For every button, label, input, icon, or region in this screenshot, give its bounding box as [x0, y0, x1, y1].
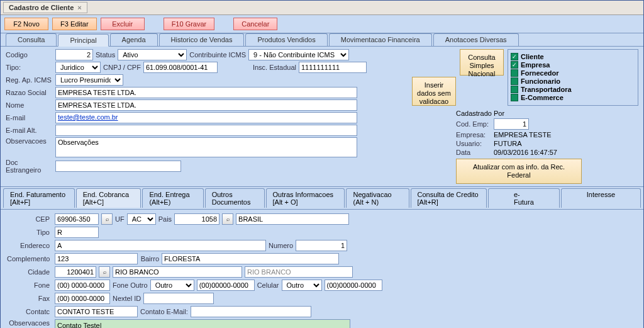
label-doc-estr: Doc Estrangeiro — [6, 159, 53, 174]
tipo-select[interactable]: Juridico — [55, 62, 101, 73]
subtab-outros-doc[interactable]: Outros Documentos — [205, 188, 265, 208]
numero-input[interactable] — [296, 240, 347, 251]
cidade-lookup-icon[interactable]: ⌕ — [99, 266, 110, 278]
contribuinte-select[interactable]: 9 - Não Contribuinte ICMS — [248, 49, 349, 60]
window-title: Cadastro de Cliente — [9, 4, 74, 11]
tab-anotacoes[interactable]: Anotacoes Diversas — [433, 33, 519, 46]
label-bairro: Bairro — [140, 255, 159, 263]
tab-agenda[interactable]: Agenda — [110, 33, 158, 46]
pais-lookup-icon[interactable]: ⌕ — [222, 213, 233, 225]
doc-estr-input[interactable] — [55, 161, 181, 172]
uf-select[interactable]: AC — [127, 213, 156, 225]
fone-outro-tipo-select[interactable]: Outro — [150, 280, 194, 291]
insc-est-input[interactable] — [299, 62, 367, 73]
cep-lookup-icon[interactable]: ⌕ — [101, 213, 113, 225]
tipo-end-input[interactable] — [55, 227, 99, 238]
cod-emp-input — [494, 118, 529, 130]
excluir-button[interactable]: Excluir — [101, 18, 145, 30]
razao-input[interactable] — [55, 87, 357, 98]
close-icon[interactable]: × — [77, 4, 81, 11]
fone-outro-input[interactable] — [197, 280, 255, 291]
subtab-faturamento[interactable]: End. Faturamento [Alt+F] — [3, 188, 75, 208]
label-status: Status — [96, 51, 115, 59]
sub-tabs: End. Faturamento [Alt+F] End. Cobranca [… — [1, 186, 643, 210]
chk-ecommerce[interactable]: E-Commerce — [511, 94, 635, 101]
label-fax: Fax — [7, 295, 52, 302]
label-cep: CEP — [7, 215, 52, 223]
tab-produtos[interactable]: Produtos Vendidos — [245, 33, 327, 46]
complemento-input[interactable] — [55, 253, 138, 264]
label-data: Data — [456, 149, 491, 156]
label-tipo-end: Tipo — [7, 229, 52, 236]
label-observacoes: Observacoes — [6, 137, 53, 145]
label-numero: Numero — [269, 242, 293, 249]
cidade-cod-input[interactable] — [55, 266, 96, 278]
label-endereco: Endereco — [7, 242, 52, 249]
cidade-nome-input — [113, 266, 242, 278]
main-tabs: Consulta Principal Agenda Historico de V… — [1, 33, 643, 47]
contato-input[interactable] — [55, 306, 138, 317]
subtab-interesse[interactable]: Interesse — [561, 188, 641, 208]
novo-button[interactable]: F2 Novo — [4, 18, 48, 30]
codigo-input — [55, 49, 93, 60]
chk-cliente[interactable]: ✓Cliente — [511, 53, 635, 60]
celular-input[interactable] — [325, 280, 382, 291]
observacoes-input[interactable]: Observações — [55, 137, 357, 157]
celular-tipo-select[interactable]: Outro — [282, 280, 322, 291]
cidade-nome2-input — [245, 266, 353, 278]
tab-movfin[interactable]: Movimentacao Financeira — [329, 33, 432, 46]
fax-input[interactable] — [55, 293, 110, 304]
label-cod-emp: Cod. Emp: — [456, 120, 491, 128]
subtab-negativacao[interactable]: Negativacao (Alt + N) — [346, 188, 409, 208]
subtab-outras-info[interactable]: Outras Informacoes [Alt + O] — [266, 188, 345, 208]
tab-consulta[interactable]: Consulta — [6, 33, 57, 46]
type-group: ✓Cliente ✓Empresa Fornecedor Funcionario… — [508, 49, 638, 106]
label-contribuinte: Contribuinte ICMS — [189, 51, 246, 59]
label-contato-email: Contato E-Mail: — [140, 308, 188, 315]
label-nextel: Nextel ID — [113, 295, 141, 302]
cancelar-button[interactable]: Cancelar — [233, 18, 277, 30]
subtab-entrega[interactable]: End. Entrega (Alt+E) — [142, 188, 203, 208]
subtab-consulta-cred[interactable]: Consulta de Credito [Alt+R] — [411, 188, 487, 208]
atualizar-button[interactable]: Atualizar com as info. da Rec. Federal — [456, 159, 582, 184]
label-pais: Pais — [158, 215, 172, 223]
chk-empresa[interactable]: ✓Empresa — [511, 61, 635, 69]
reg-ap-select[interactable]: Lucro Presumido/R — [55, 74, 123, 86]
label-complemento: Complemento — [7, 255, 52, 263]
subtab-cobranca[interactable]: End. Cobranca [Alt+C] — [76, 188, 142, 208]
cadastrado-title: Cadastrado Por — [456, 110, 638, 117]
cnpj-input[interactable] — [143, 62, 218, 73]
status-select[interactable]: Ativo — [118, 49, 187, 60]
cep-input[interactable] — [55, 213, 99, 225]
tab-historico[interactable]: Historico de Vendas — [159, 33, 245, 46]
email-alt-input[interactable] — [55, 125, 357, 136]
fone-input[interactable] — [55, 280, 110, 291]
chk-fornecedor[interactable]: Fornecedor — [511, 69, 635, 77]
chk-funcionario[interactable]: Funcionario — [511, 77, 635, 85]
pais-cod-input[interactable] — [174, 213, 219, 225]
bairro-input[interactable] — [162, 253, 339, 264]
pais-nome-input — [236, 213, 349, 225]
chk-transportadora[interactable]: Transportadora — [511, 86, 635, 93]
label-usuario: Usuario: — [456, 140, 491, 147]
address-panel: CEP ⌕ UF AC Pais ⌕ Tipo Endereco Numero … — [1, 210, 643, 328]
contato-email-input[interactable] — [191, 306, 311, 317]
obs-end-textarea[interactable]: Contato Teste| — [55, 319, 350, 328]
label-fone-outro: Fone Outro — [113, 281, 148, 289]
window-tab-bar: Cadastro de Cliente × — [1, 1, 643, 15]
nextel-input[interactable] — [143, 293, 214, 304]
editar-button[interactable]: F3 Editar — [52, 18, 97, 30]
window-tab[interactable]: Cadastro de Cliente × — [3, 2, 87, 13]
tab-principal[interactable]: Principal — [58, 34, 108, 47]
app-window: Cadastro de Cliente × F2 Novo F3 Editar … — [0, 0, 644, 328]
label-reg-ap: Reg. Ap. ICMS — [6, 76, 53, 84]
label-tipo: Tipo: — [6, 64, 53, 71]
consulta-simples-button[interactable]: Consulta Simples Nacional — [460, 49, 504, 76]
subtab-efutura[interactable]: e-Futura — [488, 188, 560, 208]
email-link[interactable]: teste@teste.com.br — [58, 113, 118, 121]
nome-input[interactable] — [55, 99, 357, 111]
inserir-dados-button[interactable]: Inserir dados sem validacao — [412, 77, 456, 106]
gravar-button[interactable]: F10 Gravar — [164, 18, 215, 30]
label-email-alt: E-mail Alt. — [6, 127, 53, 134]
endereco-input[interactable] — [55, 240, 266, 251]
